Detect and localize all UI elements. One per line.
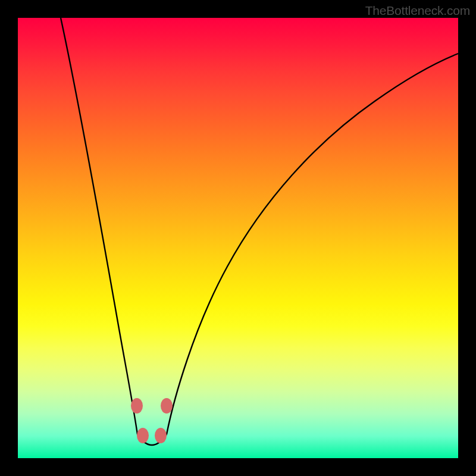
plot-area <box>18 18 458 458</box>
watermark-text: TheBottleneck.com <box>365 4 470 18</box>
bead-upper-right <box>161 398 173 414</box>
curve-left-branch <box>61 18 137 434</box>
bottleneck-curve <box>18 18 458 458</box>
curve-right-branch <box>167 54 458 434</box>
bead-lower-right <box>155 428 167 443</box>
bead-upper-left <box>131 398 143 414</box>
bead-lower-left <box>137 428 149 443</box>
